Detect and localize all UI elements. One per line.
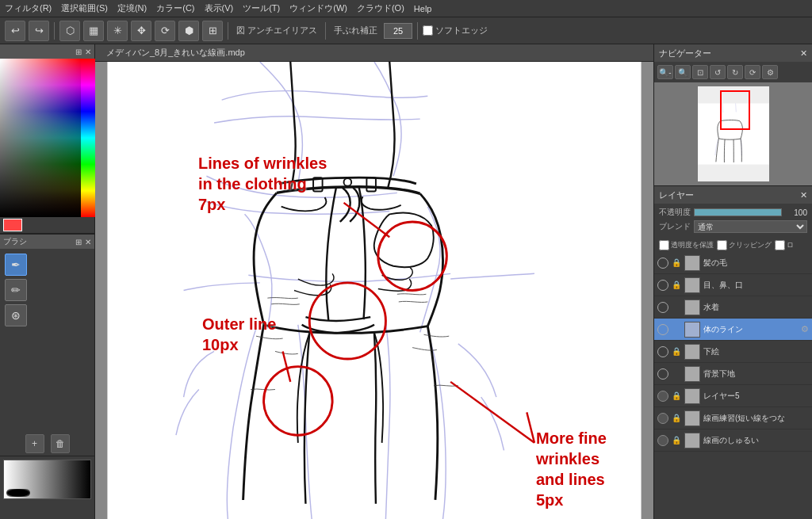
layer-thumb-4 [684,344,700,360]
layer-item-8[interactable]: 🔒線画のしゅるい [654,429,812,452]
layer-visibility-0[interactable] [657,258,668,269]
layer-visibility-3[interactable] [657,324,668,335]
layer-visibility-4[interactable] [657,346,668,357]
soft-edge-label: ソフトエッジ [435,25,488,36]
canvas-tab: メディバン_8月_きれいな線画.mdp [95,44,653,62]
opacity-row: 不透明度 100 [659,207,807,218]
menu-select[interactable]: 選択範囲(S) [61,2,108,14]
menu-cloud[interactable]: クラウド(O) [357,2,404,14]
wand-button[interactable]: ✳ [107,21,128,41]
brush-tool-active[interactable]: ✒ [5,254,27,276]
layer-delete-icon[interactable]: 🗑 [51,434,70,453]
canvas-container[interactable]: Lines of wrinklesin the clothing7px Oute… [95,62,653,519]
annotation-outer-line: Outer line10px [202,314,276,355]
undo-button[interactable]: ↩ [5,21,25,41]
layer-lock-6: 🔒 [672,391,681,401]
layer-thumb-2 [684,300,700,315]
opacity-value: 100 [785,208,807,217]
toolbar-separator-4 [417,22,418,40]
layer-thumb-0 [684,255,700,271]
nav-rotate-ccw[interactable]: ↺ [710,65,726,79]
deform-button[interactable]: ⬢ [178,21,199,41]
layer-visibility-2[interactable] [657,302,668,313]
color-panel-close[interactable]: ✕ [85,48,91,56]
layer-name-6: レイヤー5 [703,391,809,402]
layer-thumb-7 [684,410,700,426]
layer-item-4[interactable]: 🔒下絵 [654,341,812,363]
rotate-button[interactable]: ⟳ [155,21,175,41]
layer-name-0: 髪の毛 [703,258,809,269]
color-gradient[interactable] [0,59,95,217]
blend-select[interactable]: 通常 [694,220,807,233]
color-panel-expand[interactable]: ⊞ [75,48,82,56]
layer-item-2[interactable]: 水着 [654,296,812,319]
brush-panel-close[interactable]: ✕ [85,238,91,246]
opacity-bar[interactable] [694,208,782,216]
navigator-preview[interactable] [654,82,812,185]
nav-zoom-out[interactable]: 🔍- [657,65,673,79]
layer-item-0[interactable]: 🔒髪の毛 [654,252,812,274]
layer-name-1: 目、鼻、口 [703,280,809,291]
nav-settings[interactable]: ⚙ [762,65,778,79]
color-palette[interactable] [0,59,95,233]
toolbar-separator-1 [54,22,55,40]
navigator-close[interactable]: ✕ [800,48,807,59]
clipping-label: クリッピング [717,240,772,250]
stabilize-input[interactable] [384,23,412,39]
annotation-wrinkles: Lines of wrinklesin the clothing7px [198,153,327,215]
layer-item-7[interactable]: 🔒線画練習(短い線をつな [654,407,812,429]
opacity-label: 不透明度 [659,207,691,218]
right-panel: ナビゲーター ✕ 🔍- 🔍 ⊡ ↺ ↻ ⟳ ⚙ [653,44,812,519]
layer-name-3: 体のライン [703,324,798,335]
layers-close[interactable]: ✕ [800,190,807,200]
nav-fit[interactable]: ⊡ [692,65,708,79]
select-button[interactable]: ▦ [83,21,104,41]
layer-visibility-6[interactable] [657,391,668,402]
layer-item-3[interactable]: 体のライン⚙ [654,319,812,341]
layer-item-1[interactable]: 🔒目、鼻、口 [654,274,812,296]
brush-tool-3[interactable]: ⊛ [5,304,27,326]
layer-visibility-1[interactable] [657,280,668,291]
lasso-button[interactable]: ⬡ [59,21,80,41]
color-current[interactable] [3,219,22,231]
nav-zoom-in[interactable]: 🔍 [675,65,691,79]
toolbar-separator-2 [228,22,228,40]
color-hue-strip[interactable] [81,59,95,217]
clipping-checkbox[interactable] [717,240,727,250]
snap-button[interactable]: ⊞ [202,21,223,41]
layer-visibility-7[interactable] [657,413,668,424]
brush-panel-expand[interactable]: ⊞ [75,238,82,246]
layer-item-5[interactable]: 背景下地 [654,363,812,385]
soft-edge-checkbox[interactable] [423,25,433,36]
menu-color[interactable]: カラー(C) [156,2,194,14]
transform-button[interactable]: ✥ [131,21,151,41]
menu-filter[interactable]: フィルタ(R) [5,2,52,14]
lock-checkbox[interactable] [775,240,785,250]
nav-flip[interactable]: ⟳ [745,65,760,79]
layer-thumb-3 [684,322,700,338]
layer-gear-icon-3[interactable]: ⚙ [801,324,809,334]
layer-lock-2 [672,303,681,312]
menu-help[interactable]: Help [414,4,432,13]
layer-visibility-8[interactable] [657,435,668,446]
soft-edge-area: ソフトエッジ [423,25,488,36]
layer-item-6[interactable]: 🔒レイヤー5 [654,385,812,407]
transparency-protect-checkbox[interactable] [659,240,669,250]
menu-define[interactable]: 定境(N) [117,2,147,14]
layer-lock-7: 🔒 [672,414,681,423]
layer-visibility-5[interactable] [657,368,668,380]
menu-view[interactable]: 表示(V) [205,2,234,14]
toolbar-separator-3 [325,22,326,40]
layer-name-4: 下絵 [703,346,809,357]
redo-button[interactable]: ↪ [29,21,49,41]
brush-tool-2[interactable]: ✏ [5,279,27,301]
layers-title: レイヤー [659,189,694,201]
blend-label: ブレンド [659,221,691,232]
menu-tool[interactable]: ツール(T) [243,2,280,14]
blend-row: ブレンド 通常 [659,220,807,233]
layer-new-icon[interactable]: + [25,434,44,453]
transparency-protect-label: 透明度を保護 [659,240,714,250]
menu-window[interactable]: ウィンドウ(W) [289,2,347,14]
nav-rotate-cw[interactable]: ↻ [727,65,743,79]
brush-panel-label: ブラシ [3,236,27,247]
